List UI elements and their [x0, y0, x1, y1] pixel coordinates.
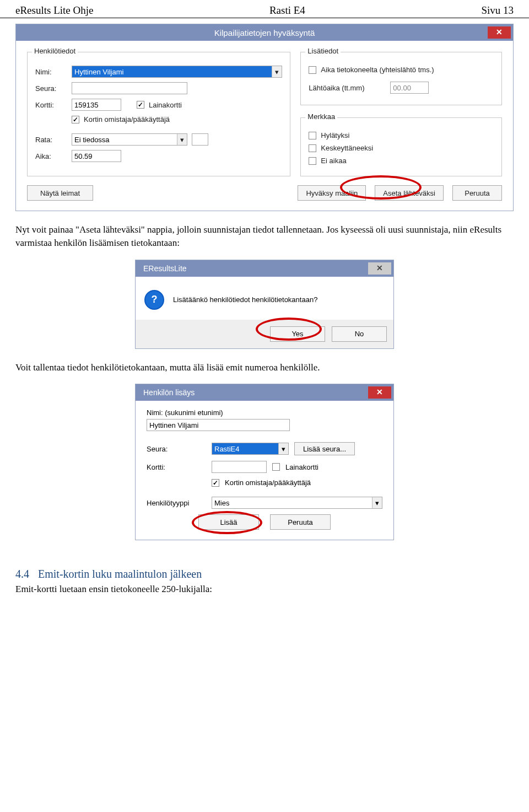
group-mark: Merkkaa Hylätyksi Keskeyttäneeksi Ei aik…	[300, 117, 502, 176]
checkbox-notime[interactable]	[309, 157, 316, 165]
yes-button[interactable]: Yes	[270, 326, 325, 342]
checkbox-person-owner[interactable]	[212, 479, 219, 487]
label-disq: Hylätyksi	[321, 131, 349, 139]
checkbox-computer-time[interactable]	[309, 66, 316, 74]
window-titlebar: Kilpailijatietojen hyväksyntä ✕	[16, 24, 513, 41]
person-name-input[interactable]	[147, 419, 290, 431]
close-icon: ✕	[496, 28, 503, 36]
group-personal-legend: Henkilötiedot	[32, 47, 78, 55]
chevron-down-icon: ▾	[272, 66, 282, 77]
close-icon: ✕	[376, 264, 383, 272]
group-extra-legend: Lisätiedot	[305, 47, 341, 55]
label-person-type: Henkilötyyppi	[147, 499, 206, 507]
label-course: Rata:	[35, 136, 67, 144]
confirm-title: EResultsLite	[143, 264, 187, 273]
checkbox-loancard[interactable]	[137, 101, 144, 109]
question-icon: ?	[144, 290, 164, 310]
show-stamps-button[interactable]: Näytä leimat	[27, 185, 93, 201]
add-button[interactable]: Lisää	[198, 514, 259, 530]
group-mark-legend: Merkkaa	[305, 112, 337, 121]
person-club-combo[interactable]: ▾	[212, 443, 289, 455]
label-owner: Kortin omistaja/pääkäyttäjä	[84, 115, 170, 123]
course-combo[interactable]: ▾	[72, 133, 187, 146]
person-cancel-button[interactable]: Peruuta	[270, 514, 331, 530]
checkbox-person-loancard[interactable]	[272, 463, 280, 471]
label-card: Kortti:	[35, 101, 67, 109]
time-input[interactable]	[72, 150, 121, 162]
person-card-input[interactable]	[212, 461, 267, 473]
label-person-owner: Kortin omistaja/pääkäyttäjä	[225, 478, 311, 487]
close-button[interactable]: ✕	[488, 26, 511, 39]
label-person-loancard: Lainakortti	[285, 463, 319, 471]
section-title: Emit-kortin luku maalintulon jälkeen	[38, 568, 202, 580]
name-input[interactable]	[72, 66, 282, 78]
confirm-titlebar: EResultsLite ✕	[136, 260, 393, 277]
checkbox-disq[interactable]	[309, 132, 316, 139]
section-body: Emit-kortti luetaan ensin tietokoneelle …	[15, 584, 514, 595]
person-type-input[interactable]	[212, 497, 382, 509]
person-title: Henkilön lisäys	[143, 388, 195, 397]
confirm-dialog: EResultsLite ✕ ? Lisätäänkö henkilötiedo…	[135, 260, 394, 349]
person-titlebar: Henkilön lisäys ✕	[136, 384, 393, 401]
checkbox-dnf[interactable]	[309, 144, 316, 152]
checkbox-owner[interactable]	[72, 116, 79, 123]
label-person-card: Kortti:	[147, 463, 206, 471]
person-add-dialog: Henkilön lisäys ✕ Nimi: (sukunimi etunim…	[135, 384, 394, 540]
page-header: eResults Lite Ohje Rasti E4 Sivu 13	[0, 0, 529, 18]
accept-finish-button[interactable]: Hyväksy maaliin	[298, 185, 366, 201]
set-start-button[interactable]: Aseta lähteväksi	[375, 185, 444, 201]
group-extra: Lisätiedot Aika tietokoneelta (yhteisläh…	[300, 52, 502, 105]
label-club: Seura:	[35, 84, 67, 93]
chevron-down-icon: ▾	[278, 443, 288, 454]
header-left: eResults Lite Ohje	[15, 4, 93, 17]
club-input[interactable]	[72, 82, 187, 94]
no-button[interactable]: No	[332, 326, 387, 342]
paragraph-1: Nyt voit painaa "Aseta lähteväksi" nappi…	[15, 223, 514, 250]
paragraph-2: Voit tallentaa tiedot henkilötietokantaa…	[15, 361, 514, 374]
chevron-down-icon: ▾	[372, 497, 382, 508]
label-person-name: Nimi: (sukunimi etunimi)	[147, 408, 382, 417]
header-right: Sivu 13	[481, 4, 514, 17]
section-number: 4.4	[15, 568, 29, 580]
confirm-message: Lisätäänkö henkilötiedot henkilötietokan…	[173, 295, 317, 304]
label-name: Nimi:	[35, 68, 67, 76]
chevron-down-icon: ▾	[177, 134, 187, 145]
card-input[interactable]	[72, 99, 121, 111]
header-center: Rasti E4	[269, 4, 305, 17]
name-combo[interactable]: ▾	[72, 66, 282, 78]
person-club-input[interactable]	[212, 443, 289, 455]
document-body: Kilpailijatietojen hyväksyntä ✕ Henkilöt…	[0, 24, 529, 595]
label-time: Aika:	[35, 152, 67, 160]
group-personal: Henkilötiedot Nimi: ▾ Seura: Kortti:	[27, 52, 290, 176]
person-type-combo[interactable]: ▾	[212, 497, 382, 509]
confirm-close-button[interactable]: ✕	[368, 262, 391, 275]
course-input[interactable]	[72, 133, 187, 146]
cancel-button[interactable]: Peruuta	[452, 185, 502, 201]
label-notime: Ei aikaa	[321, 157, 346, 165]
close-icon: ✕	[376, 388, 383, 396]
person-close-button[interactable]: ✕	[368, 386, 391, 399]
competitor-approval-window: Kilpailijatietojen hyväksyntä ✕ Henkilöt…	[15, 24, 514, 211]
starttime-input[interactable]	[390, 82, 429, 94]
label-loancard: Lainakortti	[149, 101, 182, 109]
course-extra-input[interactable]	[192, 133, 208, 146]
window-title: Kilpailijatietojen hyväksyntä	[214, 28, 315, 37]
window-body: Henkilötiedot Nimi: ▾ Seura: Kortti:	[16, 41, 513, 211]
label-person-club: Seura:	[147, 445, 206, 453]
label-computer-time: Aika tietokoneelta (yhteislähtö tms.)	[321, 66, 434, 74]
add-club-button[interactable]: Lisää seura...	[294, 442, 355, 455]
label-starttime: Lähtöaika (tt.mm)	[309, 84, 386, 92]
section-heading: 4.4Emit-kortin luku maalintulon jälkeen	[15, 568, 514, 580]
label-dnf: Keskeyttäneeksi	[321, 144, 373, 152]
